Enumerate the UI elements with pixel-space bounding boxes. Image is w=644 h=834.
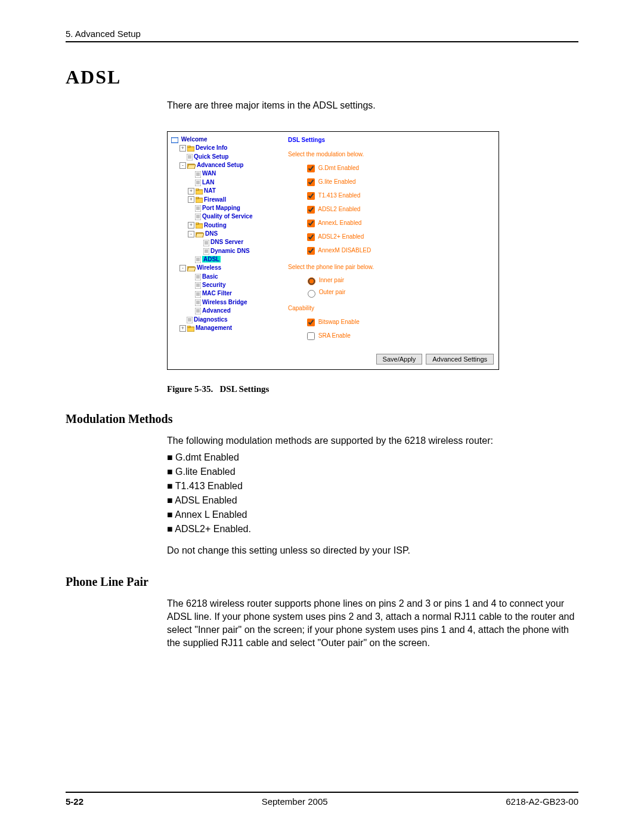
tree-item[interactable]: +Device Info	[171, 144, 278, 152]
expand-icon[interactable]: +	[179, 145, 186, 152]
dsl-pair-label: Select the phone line pair below.	[288, 262, 493, 272]
modulation-checkbox[interactable]	[307, 178, 315, 186]
tree-item-label: Port Mapping	[202, 205, 240, 211]
tree-item-label: Wireless	[197, 264, 221, 271]
pair-radio[interactable]	[308, 290, 315, 298]
figure-caption-prefix: Figure 5-35.	[167, 384, 213, 394]
modulation-heading: Modulation Methods	[66, 412, 578, 426]
expand-icon[interactable]: +	[188, 222, 194, 228]
modulation-label: ADSL2 Enabled	[317, 206, 360, 212]
modulation-label: AnnexL Enabled	[317, 220, 361, 226]
tree-item[interactable]: WAN	[171, 169, 278, 178]
modulation-option: AnnexL Enabled	[305, 218, 493, 229]
folder-closed-icon	[196, 187, 203, 196]
folder-closed-icon	[187, 144, 194, 153]
tree-item-label: Wireless Bridge	[202, 299, 247, 305]
file-icon	[203, 239, 209, 247]
file-icon	[187, 316, 193, 324]
collapse-icon[interactable]: -	[188, 231, 194, 237]
modulation-intro: The following modulation methods are sup…	[167, 434, 578, 447]
expand-icon[interactable]: +	[188, 188, 194, 194]
modulation-checkbox[interactable]	[307, 233, 315, 241]
collapse-icon[interactable]: -	[179, 265, 186, 271]
tree-item[interactable]: Basic	[171, 273, 278, 281]
tree-item[interactable]: -Wireless	[171, 264, 278, 272]
capability-label: SRA Enable	[317, 332, 351, 339]
tree-item[interactable]: Dynamic DNS	[171, 247, 278, 255]
tree-item-label: WAN	[202, 170, 216, 177]
footer-date: September 2005	[262, 796, 328, 807]
file-icon	[195, 298, 201, 307]
folder-closed-icon	[187, 324, 194, 332]
modulation-checkbox[interactable]	[307, 220, 315, 227]
phone-heading: Phone Line Pair	[66, 575, 578, 589]
tree-item[interactable]: +Routing	[171, 221, 278, 230]
modulation-option: T1.413 Enabled	[305, 190, 493, 202]
tree-item[interactable]: DNS Server	[171, 238, 278, 246]
tree-item-label: Security	[202, 282, 225, 288]
advanced-settings-button[interactable]: Advanced Settings	[426, 354, 494, 365]
svg-rect-21	[196, 197, 199, 199]
tree-item-label: DNS Server	[210, 239, 243, 245]
modulation-checkbox[interactable]	[307, 247, 315, 255]
tree-item-label: LAN	[202, 179, 215, 186]
capability-option: Bitswap Enable	[305, 317, 493, 328]
tree-item[interactable]: Port Mapping	[171, 204, 278, 212]
pair-radio[interactable]	[308, 277, 315, 285]
modulation-checkbox[interactable]	[307, 206, 315, 214]
tree-item-label: Dynamic DNS	[210, 248, 250, 254]
tree-item[interactable]: Diagnostics	[171, 316, 278, 324]
tree-item[interactable]: -Advanced Setup	[171, 161, 278, 169]
file-icon	[187, 153, 193, 161]
pair-label: Outer pair	[317, 289, 345, 295]
svg-rect-19	[196, 189, 199, 190]
tree-item[interactable]: +Firewall	[171, 196, 278, 204]
modulation-checkbox[interactable]	[307, 192, 315, 200]
modulation-option: G.Dmt Enabled	[305, 163, 493, 174]
header-rule	[66, 41, 578, 42]
tree-item[interactable]: LAN	[171, 178, 278, 187]
file-icon	[195, 204, 201, 212]
file-icon	[195, 213, 201, 221]
pair-label: Inner pair	[317, 277, 344, 283]
tree-root[interactable]: Welcome	[171, 135, 278, 144]
tree-item[interactable]: Quick Setup	[171, 153, 278, 161]
tree-item-label: Advanced	[202, 307, 231, 314]
svg-rect-31	[196, 223, 199, 224]
file-icon	[195, 255, 201, 264]
tree-item-label: NAT	[204, 187, 216, 194]
collapse-icon[interactable]: -	[179, 162, 186, 169]
tree-item-label: Firewall	[204, 196, 226, 203]
modulation-option: G.lite Enabled	[305, 177, 493, 188]
tree-item[interactable]: MAC Filter	[171, 289, 278, 298]
file-icon	[195, 307, 201, 316]
capability-checkbox[interactable]	[307, 319, 315, 326]
tree-item[interactable]: Security	[171, 281, 278, 289]
bullet-item: T1.413 Enabled	[167, 480, 578, 493]
pair-option: Outer pair	[305, 288, 493, 297]
footer-docid: 6218-A2-GB23-00	[506, 796, 578, 807]
tree-item[interactable]: +NAT	[171, 187, 278, 195]
figure-caption: Figure 5-35. DSL Settings	[167, 384, 578, 394]
capability-checkbox[interactable]	[307, 332, 315, 340]
dsl-panel: DSL Settings Select the modulation below…	[282, 132, 499, 350]
dsl-cap-label: Capability	[288, 304, 493, 313]
tree-item[interactable]: ADSL	[171, 255, 278, 264]
tree-item[interactable]: Wireless Bridge	[171, 298, 278, 307]
modulation-checkbox[interactable]	[307, 165, 315, 172]
file-icon	[203, 247, 209, 255]
tree-item-label: Diagnostics	[194, 316, 228, 323]
tree-item[interactable]: +Management	[171, 324, 278, 332]
save-apply-button[interactable]: Save/Apply	[376, 354, 423, 365]
dsl-figure: Welcome +Device InfoQuick Setup-Advanced…	[167, 131, 499, 370]
phone-body: The 6218 wireless router supports phone …	[167, 597, 578, 650]
tree-item[interactable]: Advanced	[171, 307, 278, 315]
expand-icon[interactable]: +	[188, 196, 194, 203]
expand-icon[interactable]: +	[179, 325, 186, 332]
tree-item[interactable]: Quality of Service	[171, 212, 278, 221]
modulation-label: G.lite Enabled	[317, 178, 356, 185]
tree-item-label: Quality of Service	[202, 213, 252, 220]
bullet-item: G.dmt Enabled	[167, 451, 578, 464]
tree-item[interactable]: -DNS	[171, 230, 278, 238]
tree-item-label: Routing	[204, 222, 227, 228]
